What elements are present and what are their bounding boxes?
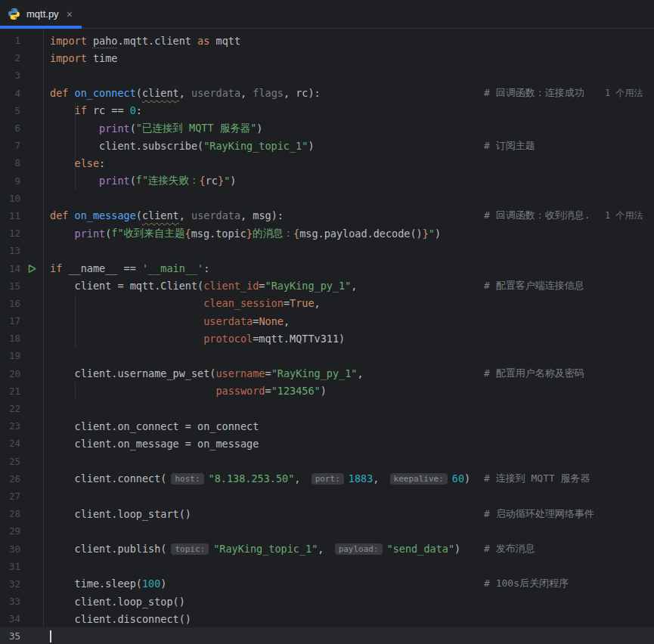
code-token: None [259,315,284,327]
code-line[interactable]: 19 [0,347,654,364]
line-number[interactable]: 6 [0,122,20,134]
line-number[interactable]: 5 [0,105,20,116]
code-line[interactable]: 26 client.connect(host:"8.138.253.50", p… [0,470,654,488]
code-line[interactable]: 34 client.disconnect() [0,610,654,627]
code-line[interactable]: 14if __name__ == '__main__': [0,259,654,277]
line-number[interactable]: 17 [0,315,20,327]
line-number[interactable]: 9 [0,175,20,187]
line-number[interactable]: 11 [0,210,20,221]
usages-hint[interactable]: 1 个用法 [605,87,643,100]
code-line[interactable]: 29 [0,522,654,540]
code-editor[interactable]: 1import paho.mqtt.client as mqtt2import … [0,29,654,644]
line-number[interactable]: 10 [0,193,20,204]
line-number[interactable]: 26 [0,473,20,485]
code-line[interactable]: 30 client.publish(topic:"RayKing_topic_1… [0,540,654,557]
gutter: 6 [0,119,43,137]
line-number[interactable]: 22 [0,403,20,414]
code-line[interactable]: 18 protocol=mqtt.MQTTv311) [0,330,654,347]
line-number[interactable]: 4 [0,88,20,99]
line-number[interactable]: 30 [0,543,20,555]
code-line[interactable]: 21 password="123456") [0,382,654,400]
code-line[interactable]: 16 clean_session=True, [0,295,654,312]
line-number[interactable]: 13 [0,245,20,256]
code-token: client.on_connect = on_connect [50,420,259,432]
gutter: 18 [0,330,43,347]
line-number[interactable]: 33 [0,596,20,607]
line-number[interactable]: 16 [0,298,20,309]
code-token: f"收到来自主题 [111,227,184,240]
line-number[interactable]: 2 [0,52,20,63]
code-line[interactable]: 31 [0,558,654,575]
code-line[interactable]: 32 time.sleep(100)# 100s后关闭程序 [0,575,654,593]
line-number[interactable]: 32 [0,578,20,590]
code-line[interactable]: 8 else: [0,154,654,172]
line-number[interactable]: 8 [0,157,20,169]
code-line[interactable]: 17 userdata=None, [0,312,654,330]
code-line[interactable]: 10 [0,190,654,207]
code-token: "RayKing_py_1" [265,280,352,292]
line-number[interactable]: 34 [0,613,20,624]
gutter: 25 [0,453,43,470]
code-line[interactable]: 22 [0,400,654,417]
line-number[interactable]: 24 [0,438,20,449]
code-line[interactable]: 35 [0,627,654,644]
tab-mqtt-py[interactable]: mqtt.py × [0,0,82,28]
run-icon[interactable] [27,264,37,274]
code-line[interactable]: 33 client.loop_stop() [0,593,654,610]
line-number[interactable]: 15 [0,280,20,292]
line-number[interactable]: 35 [0,630,20,642]
code-line[interactable]: 28 client.loop_start()# 启动循环处理网络事件 [0,505,654,522]
code-token: "RayKing_topic_1" [213,543,318,555]
line-number[interactable]: 18 [0,333,20,344]
code-line[interactable]: 20 client.username_pw_set(username="RayK… [0,365,654,382]
code-token: userdata [203,315,253,327]
usages-hint[interactable]: 1 个用法 [605,209,643,222]
line-number[interactable]: 20 [0,368,20,379]
code-line[interactable]: 24 client.on_message = on_message [0,435,654,452]
line-number[interactable]: 12 [0,228,20,239]
line-number[interactable]: 28 [0,508,20,519]
code-text: client.disconnect() [50,613,191,625]
gutter: 32 [0,575,43,593]
code-line[interactable]: 12 print(f"收到来自主题{msg.topic}的消息：{msg.pay… [0,224,654,242]
line-number[interactable]: 14 [0,263,20,274]
code-line[interactable]: 23 client.on_connect = on_connect [0,417,654,435]
line-number[interactable]: 23 [0,420,20,432]
parameter-inlay-hint: keepalive: [390,473,448,485]
code-token: , [315,297,321,309]
code-line[interactable]: 2import time [0,49,654,67]
code-line[interactable]: 4def on_connect(client, userdata, flags,… [0,85,654,102]
gutter: 30 [0,540,43,557]
code-line[interactable]: 6 print("已连接到 MQTT 服务器") [0,119,654,137]
code-token: ) [435,228,441,240]
line-number[interactable]: 29 [0,525,20,537]
code-text: print("已连接到 MQTT 服务器") [50,122,262,135]
line-number[interactable]: 19 [0,350,20,361]
gutter: 27 [0,488,43,505]
line-number[interactable]: 3 [0,70,20,81]
code-token: = [265,367,271,379]
line-number[interactable]: 7 [0,140,20,151]
code-token: client [142,209,179,221]
code-line[interactable]: 13 [0,242,654,259]
tab-close-icon[interactable]: × [67,9,73,20]
code-line[interactable]: 9 print(f"连接失败：{rc}") [0,172,654,190]
code-line[interactable]: 15 client = mqtt.Client(client_id="RayKi… [0,277,654,295]
code-text: print(f"连接失败：{rc}") [50,174,236,187]
line-number[interactable]: 21 [0,385,20,397]
code-line[interactable]: 7 client.subscribe("RayKing_topic_1")# 订… [0,137,654,154]
line-number[interactable]: 31 [0,561,20,572]
code-line[interactable]: 5 if rc == 0: [0,102,654,119]
line-number[interactable]: 1 [0,35,20,46]
gutter-icon-slot [20,382,43,400]
code-line[interactable]: 3 [0,67,654,84]
code-line[interactable]: 25 [0,453,654,470]
code-line[interactable]: 1import paho.mqtt.client as mqtt [0,32,654,49]
line-number[interactable]: 27 [0,491,20,502]
code-token: ) [160,577,166,590]
code-line[interactable]: 11def on_message(client, userdata, msg):… [0,207,654,224]
code-line[interactable]: 27 [0,488,654,505]
parameter-inlay-hint: host: [171,473,203,485]
code-token: } [218,175,224,187]
line-number[interactable]: 25 [0,456,20,467]
